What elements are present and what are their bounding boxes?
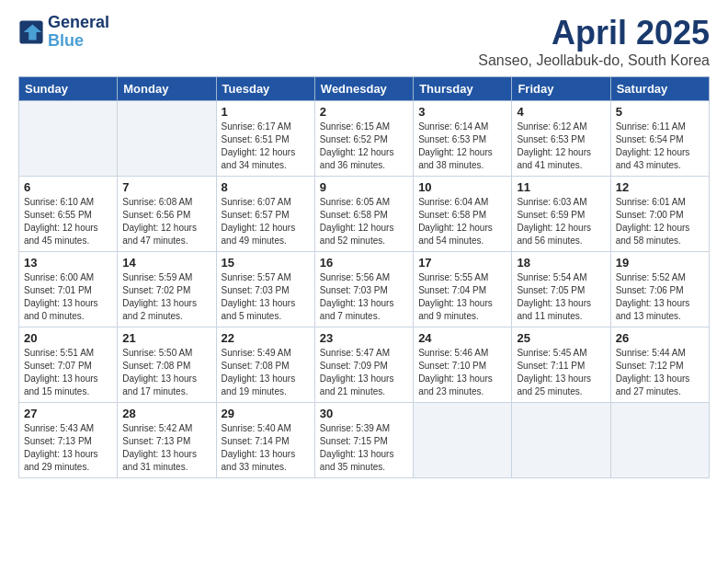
day-info: Sunrise: 5:50 AMSunset: 7:08 PMDaylight:… [122,347,210,398]
calendar-cell: 17Sunrise: 5:55 AMSunset: 7:04 PMDayligh… [414,252,512,327]
col-friday: Friday [512,77,610,101]
day-info: Sunrise: 6:11 AMSunset: 6:54 PMDaylight:… [616,121,704,172]
col-sunday: Sunday [19,77,118,101]
calendar-cell: 27Sunrise: 5:43 AMSunset: 7:13 PMDayligh… [19,403,118,478]
col-tuesday: Tuesday [216,77,314,101]
calendar-cell: 2Sunrise: 6:15 AMSunset: 6:52 PMDaylight… [314,101,413,177]
calendar-cell: 25Sunrise: 5:45 AMSunset: 7:11 PMDayligh… [512,327,610,403]
calendar-cell: 20Sunrise: 5:51 AMSunset: 7:07 PMDayligh… [19,327,118,403]
calendar-cell: 10Sunrise: 6:04 AMSunset: 6:58 PMDayligh… [414,177,512,252]
calendar-subtitle: Sanseo, Jeollabuk-do, South Korea [478,52,710,69]
calendar-cell: 1Sunrise: 6:17 AMSunset: 6:51 PMDaylight… [216,101,314,177]
calendar-cell: 21Sunrise: 5:50 AMSunset: 7:08 PMDayligh… [118,327,216,403]
calendar-cell [512,403,610,478]
calendar-table: Sunday Monday Tuesday Wednesday Thursday… [18,76,710,478]
day-number: 27 [24,407,112,420]
calendar-cell: 7Sunrise: 6:08 AMSunset: 6:56 PMDaylight… [118,177,216,252]
day-number: 3 [418,105,506,119]
day-info: Sunrise: 5:52 AMSunset: 7:06 PMDaylight:… [616,271,704,323]
day-info: Sunrise: 5:51 AMSunset: 7:07 PMDaylight:… [24,347,112,398]
calendar-body: 1Sunrise: 6:17 AMSunset: 6:51 PMDaylight… [19,101,710,478]
header-row: Sunday Monday Tuesday Wednesday Thursday… [19,77,710,101]
day-info: Sunrise: 5:44 AMSunset: 7:12 PMDaylight:… [616,347,704,398]
day-info: Sunrise: 5:45 AMSunset: 7:11 PMDaylight:… [517,347,605,398]
col-saturday: Saturday [610,77,709,101]
week-row-5: 27Sunrise: 5:43 AMSunset: 7:13 PMDayligh… [19,403,710,478]
day-number: 15 [222,256,310,270]
calendar-cell: 14Sunrise: 5:59 AMSunset: 7:02 PMDayligh… [118,252,216,327]
day-info: Sunrise: 6:14 AMSunset: 6:53 PMDaylight:… [418,121,506,172]
day-number: 24 [418,331,506,345]
calendar-cell: 15Sunrise: 5:57 AMSunset: 7:03 PMDayligh… [216,252,314,327]
calendar-cell: 13Sunrise: 6:00 AMSunset: 7:01 PMDayligh… [19,252,118,327]
day-number: 7 [122,180,210,194]
week-row-4: 20Sunrise: 5:51 AMSunset: 7:07 PMDayligh… [19,327,710,403]
day-number: 28 [122,407,210,420]
title-block: April 2025 Sanseo, Jeollabuk-do, South K… [478,14,710,69]
col-monday: Monday [118,77,216,101]
day-number: 25 [517,331,605,345]
calendar-cell: 11Sunrise: 6:03 AMSunset: 6:59 PMDayligh… [512,177,610,252]
calendar-cell: 12Sunrise: 6:01 AMSunset: 7:00 PMDayligh… [610,177,709,252]
day-info: Sunrise: 6:00 AMSunset: 7:01 PMDaylight:… [24,271,112,323]
day-info: Sunrise: 6:01 AMSunset: 7:00 PMDaylight:… [616,196,704,247]
day-number: 12 [616,180,704,194]
day-info: Sunrise: 6:10 AMSunset: 6:55 PMDaylight:… [24,196,112,247]
day-info: Sunrise: 6:08 AMSunset: 6:56 PMDaylight:… [122,196,210,247]
week-row-3: 13Sunrise: 6:00 AMSunset: 7:01 PMDayligh… [19,252,710,327]
day-info: Sunrise: 6:05 AMSunset: 6:58 PMDaylight:… [320,196,408,247]
day-info: Sunrise: 6:17 AMSunset: 6:51 PMDaylight:… [222,121,310,172]
calendar-cell: 30Sunrise: 5:39 AMSunset: 7:15 PMDayligh… [314,403,413,478]
logo-line1: General [48,14,109,32]
day-number: 1 [222,105,310,119]
calendar-cell: 22Sunrise: 5:49 AMSunset: 7:08 PMDayligh… [216,327,314,403]
calendar-cell: 19Sunrise: 5:52 AMSunset: 7:06 PMDayligh… [610,252,709,327]
day-number: 21 [122,331,210,345]
day-number: 18 [517,256,605,270]
day-info: Sunrise: 5:46 AMSunset: 7:10 PMDaylight:… [418,347,506,398]
day-number: 6 [24,180,112,194]
day-number: 16 [320,256,408,270]
day-info: Sunrise: 5:49 AMSunset: 7:08 PMDaylight:… [222,347,310,398]
calendar-title: April 2025 [478,14,710,52]
page-container: General Blue April 2025 Sanseo, Jeollabu… [0,0,728,492]
calendar-cell: 4Sunrise: 6:12 AMSunset: 6:53 PMDaylight… [512,101,610,177]
day-number: 2 [320,105,408,119]
calendar-cell: 18Sunrise: 5:54 AMSunset: 7:05 PMDayligh… [512,252,610,327]
day-info: Sunrise: 5:59 AMSunset: 7:02 PMDaylight:… [122,271,210,323]
calendar-cell [414,403,512,478]
day-number: 23 [320,331,408,345]
day-number: 19 [616,256,704,270]
calendar-cell: 26Sunrise: 5:44 AMSunset: 7:12 PMDayligh… [610,327,709,403]
calendar-cell: 23Sunrise: 5:47 AMSunset: 7:09 PMDayligh… [314,327,413,403]
day-number: 30 [320,407,408,420]
day-number: 14 [122,256,210,270]
day-info: Sunrise: 5:42 AMSunset: 7:13 PMDaylight:… [122,422,210,474]
day-info: Sunrise: 6:03 AMSunset: 6:59 PMDaylight:… [517,196,605,247]
header: General Blue April 2025 Sanseo, Jeollabu… [18,14,710,69]
calendar-cell: 9Sunrise: 6:05 AMSunset: 6:58 PMDaylight… [314,177,413,252]
logo-icon [18,19,44,45]
logo-text: General Blue [48,14,109,51]
calendar-cell [118,101,216,177]
calendar-cell: 5Sunrise: 6:11 AMSunset: 6:54 PMDaylight… [610,101,709,177]
day-number: 5 [616,105,704,119]
day-number: 11 [517,180,605,194]
logo-line2: Blue [48,32,109,51]
calendar-cell: 8Sunrise: 6:07 AMSunset: 6:57 PMDaylight… [216,177,314,252]
day-info: Sunrise: 6:07 AMSunset: 6:57 PMDaylight:… [222,196,310,247]
calendar-cell: 6Sunrise: 6:10 AMSunset: 6:55 PMDaylight… [19,177,118,252]
week-row-1: 1Sunrise: 6:17 AMSunset: 6:51 PMDaylight… [19,101,710,177]
day-info: Sunrise: 6:04 AMSunset: 6:58 PMDaylight:… [418,196,506,247]
calendar-cell: 24Sunrise: 5:46 AMSunset: 7:10 PMDayligh… [414,327,512,403]
day-info: Sunrise: 6:15 AMSunset: 6:52 PMDaylight:… [320,121,408,172]
day-number: 8 [222,180,310,194]
col-wednesday: Wednesday [314,77,413,101]
col-thursday: Thursday [414,77,512,101]
day-info: Sunrise: 5:56 AMSunset: 7:03 PMDaylight:… [320,271,408,323]
day-info: Sunrise: 5:55 AMSunset: 7:04 PMDaylight:… [418,271,506,323]
day-info: Sunrise: 5:47 AMSunset: 7:09 PMDaylight:… [320,347,408,398]
day-info: Sunrise: 5:40 AMSunset: 7:14 PMDaylight:… [222,422,310,474]
day-number: 22 [222,331,310,345]
day-number: 26 [616,331,704,345]
